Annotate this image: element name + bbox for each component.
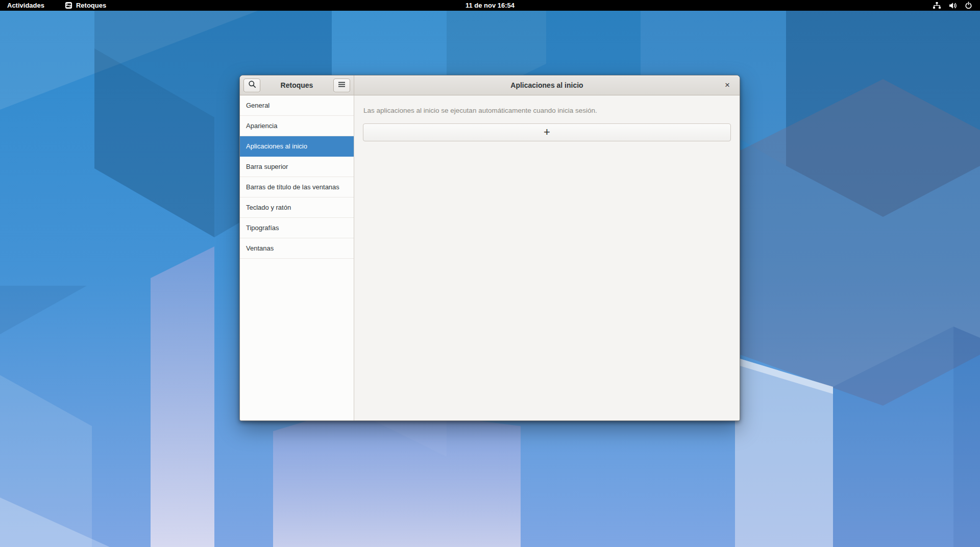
top-bar: Actividades Retoques 11 de nov 16:54 (0, 0, 980, 11)
sidebar-item-label: Teclado y ratón (246, 204, 291, 211)
wired-network-icon (933, 2, 941, 9)
hamburger-icon (338, 81, 346, 90)
sidebar-item-label: Barra superior (246, 163, 288, 170)
clock[interactable]: 11 de nov 16:54 (465, 0, 514, 11)
sidebar-item-label: Ventanas (246, 244, 274, 252)
system-menu[interactable] (925, 0, 980, 11)
activities-button[interactable]: Actividades (0, 0, 52, 11)
app-title: Retoques (281, 81, 313, 89)
volume-icon (949, 2, 957, 9)
sidebar-item-apariencia[interactable]: Apariencia (240, 116, 354, 136)
tweaks-icon (65, 2, 72, 9)
sidebar-item-label: General (246, 102, 270, 109)
sidebar-item-barra-superior[interactable]: Barra superior (240, 157, 354, 177)
sidebar-item-general[interactable]: General (240, 95, 354, 116)
sidebar-item-label: Aplicaciones al inicio (246, 142, 307, 150)
sidebar-item-tipografias[interactable]: Tipografías (240, 218, 354, 238)
sidebar-list: General Apariencia Aplicaciones al inici… (240, 95, 354, 420)
plus-icon: + (544, 127, 550, 138)
tweaks-window: Retoques Aplicaciones al inicio × Genera… (239, 75, 740, 421)
activities-label: Actividades (7, 2, 44, 9)
sidebar-item-label: Tipografías (246, 224, 279, 232)
sidebar-item-aplicaciones-al-inicio[interactable]: Aplicaciones al inicio (240, 136, 354, 157)
sidebar-item-ventanas[interactable]: Ventanas (240, 238, 354, 259)
desktop: { "topbar": { "activities_label": "Activ… (0, 0, 980, 547)
sidebar-item-barras-de-titulo-de-las-ventanas[interactable]: Barras de título de las ventanas (240, 177, 354, 197)
power-icon (965, 2, 972, 9)
search-button[interactable] (243, 79, 260, 92)
sidebar-item-label: Apariencia (246, 122, 277, 130)
startup-apps-panel: Las aplicaciones al inicio se ejecutan a… (354, 95, 740, 420)
sidebar-headerbar: Retoques (240, 76, 354, 95)
app-indicator[interactable]: Retoques (65, 0, 106, 11)
app-indicator-label: Retoques (76, 2, 106, 9)
panel-headerbar: Aplicaciones al inicio × (354, 76, 740, 95)
sidebar-item-teclado-y-raton[interactable]: Teclado y ratón (240, 197, 354, 218)
search-icon (248, 80, 256, 90)
sidebar-item-label: Barras de título de las ventanas (246, 183, 339, 191)
close-icon: × (725, 80, 730, 90)
menu-button[interactable] (333, 79, 350, 92)
clock-label: 11 de nov 16:54 (465, 2, 514, 9)
add-startup-app-button[interactable]: + (363, 123, 731, 141)
close-button[interactable]: × (719, 76, 736, 95)
panel-title: Aplicaciones al inicio (510, 81, 583, 89)
startup-apps-description: Las aplicaciones al inicio se ejecutan a… (363, 107, 731, 114)
